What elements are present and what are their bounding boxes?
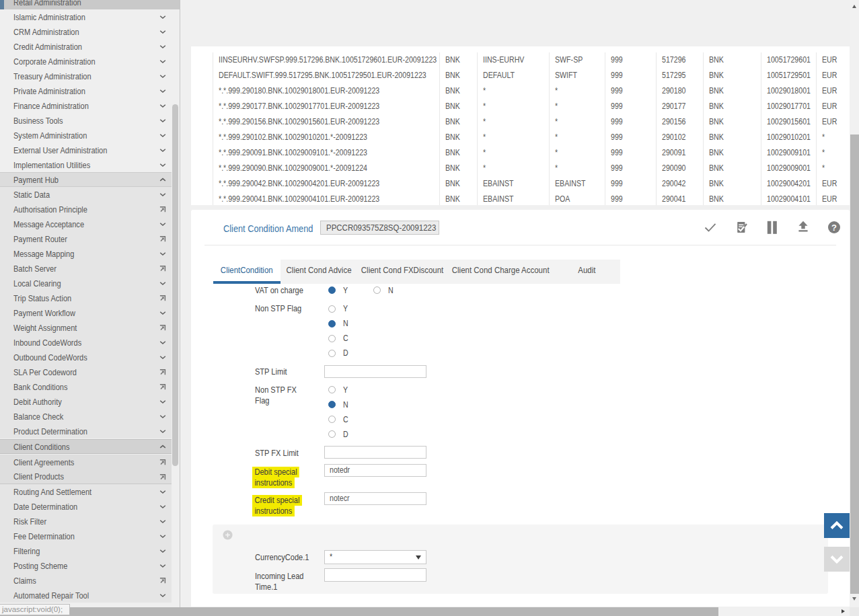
page-vertical-scrollbar[interactable] [850, 0, 859, 616]
sidebar-item[interactable]: Posting Scheme [0, 558, 172, 573]
sidebar-item[interactable]: Private Administration [0, 83, 172, 98]
sidebar-item[interactable]: Debit Authority [0, 394, 172, 409]
tab[interactable]: Client Cond Charge Account [448, 260, 553, 284]
sidebar-item[interactable]: Date Determination [0, 499, 172, 514]
sidebar-item[interactable]: Implementation Utilities [0, 157, 172, 172]
radio-option[interactable]: D [328, 346, 349, 360]
radio-option[interactable]: Y [328, 383, 349, 397]
sidebar-item[interactable]: Inbound CodeWords [0, 335, 172, 350]
radio-option[interactable]: N [328, 316, 349, 331]
radio-option[interactable]: C [328, 331, 349, 346]
sidebar-item[interactable]: Claims [0, 573, 172, 588]
sidebar-item[interactable]: Authorisation Principle [0, 202, 172, 217]
sidebar-item[interactable]: Balance Check [0, 409, 172, 424]
tab[interactable]: Audit [553, 260, 620, 284]
radio-button[interactable] [328, 286, 336, 294]
tab[interactable]: Client Cond FXDiscount [357, 260, 448, 284]
table-row[interactable]: *.*.999.290042.BNK.10029004201.EUR-20091… [191, 176, 850, 192]
vertical-scrollbar-thumb[interactable] [850, 134, 859, 594]
radio-button[interactable] [328, 305, 336, 313]
sidebar-item[interactable]: Islamic Administration [0, 9, 172, 24]
sidebar-item[interactable]: Payment Router [0, 231, 172, 246]
table-row[interactable]: *.*.999.290177.BNK.10029017701.EUR-20091… [191, 99, 850, 114]
sidebar-item[interactable]: Trip Status Action [0, 291, 172, 305]
sidebar-item[interactable]: SLA Per Codeword [0, 364, 172, 379]
scrollbar-up-arrow-icon[interactable] [852, 5, 856, 8]
stp-fx-limit-input[interactable] [324, 446, 426, 459]
stp-limit-input[interactable] [324, 365, 426, 378]
radio-option[interactable]: D [328, 427, 349, 442]
sidebar-item[interactable]: Filtering [0, 543, 172, 558]
page-horizontal-scrollbar[interactable] [0, 607, 850, 616]
table-row[interactable]: *.*.999.290156.BNK.10029015601.EUR-20091… [191, 114, 850, 130]
scrollbar-down-arrow-icon[interactable] [852, 597, 856, 601]
currency-code-select[interactable]: * [324, 550, 426, 564]
table-row[interactable]: *.*.999.290090.BNK.10029009001.*-2009122… [191, 161, 850, 176]
sidebar-item[interactable]: Automated Repair Tool [0, 588, 172, 603]
sidebar-item[interactable]: External User Administration [0, 143, 172, 157]
upload-icon[interactable] [796, 221, 810, 234]
horizontal-scrollbar-thumb[interactable] [0, 607, 718, 616]
table-row[interactable]: *.*.999.290102.BNK.10029010201.*-2009122… [191, 130, 850, 145]
sidebar-item[interactable]: Payment Hub [0, 172, 172, 187]
radio-button[interactable] [328, 416, 336, 423]
approve-check-icon[interactable] [704, 221, 717, 234]
scroll-to-top-button[interactable] [824, 513, 850, 538]
sidebar-item[interactable]: Finance Administration [0, 98, 172, 113]
sidebar-item[interactable]: Corporate Administration [0, 54, 172, 69]
sidebar-item[interactable]: Message Mapping [0, 246, 172, 261]
scrollbar-right-arrow-icon[interactable] [842, 609, 845, 613]
table-row[interactable]: IINSEURHV.SWFSP.999.517296.BNK.100517296… [191, 52, 850, 68]
radio-button[interactable] [328, 430, 336, 438]
sidebar-item[interactable]: Retail Administration [0, 0, 180, 9]
debit-special-instructions-input[interactable]: notedr [324, 464, 426, 477]
radio-option[interactable]: N [373, 283, 418, 298]
sidebar-item[interactable]: System Administration [0, 128, 172, 143]
sidebar-item[interactable]: Treasury Administration [0, 69, 172, 83]
sidebar-item[interactable]: Weight Assignment [0, 320, 172, 335]
sidebar-item[interactable]: Client Products [0, 469, 172, 484]
sidebar-item[interactable]: Bank Conditions [0, 379, 172, 394]
table-row[interactable]: *.*.999.290041.BNK.10029004101.EUR-20091… [191, 192, 850, 206]
radio-option[interactable]: Y [328, 301, 349, 316]
sidebar-item[interactable]: Message Acceptance [0, 217, 172, 231]
radio-option[interactable]: Y [328, 283, 373, 298]
radio-option[interactable]: N [328, 397, 349, 412]
help-icon[interactable] [827, 221, 841, 234]
sidebar-item[interactable]: Business Tools [0, 113, 172, 128]
scroll-to-bottom-button[interactable] [824, 547, 850, 572]
sidebar-scrollbar-thumb[interactable] [172, 104, 178, 466]
sidebar-item[interactable]: Fee Determination [0, 529, 172, 543]
sidebar-item[interactable]: Payment Workflow [0, 305, 172, 320]
sidebar-item[interactable]: CRM Administration [0, 24, 172, 39]
sidebar-item[interactable]: Routing And Settlement [0, 484, 172, 499]
sidebar-item[interactable]: Outbound CodeWords [0, 350, 172, 364]
tab[interactable]: ClientCondition [213, 260, 281, 284]
validate-document-icon[interactable] [735, 221, 748, 234]
sidebar-item[interactable]: Client Conditions [0, 439, 172, 454]
tab[interactable]: Client Cond Advice [281, 260, 357, 284]
table-row[interactable]: *.*.999.290180.BNK.10029018001.EUR-20091… [191, 83, 850, 99]
sidebar-item[interactable]: Product Determination [0, 424, 172, 438]
radio-button[interactable] [328, 401, 336, 408]
sidebar-item-label: Client Products [13, 471, 64, 482]
sidebar-item[interactable]: Static Data [0, 187, 172, 202]
chevron-down-icon [159, 279, 167, 287]
incoming-lead-time-input[interactable] [324, 568, 426, 582]
sidebar-item[interactable]: Client Agreements [0, 455, 172, 469]
table-row[interactable]: *.*.999.290091.BNK.10029009101.*-2009122… [191, 145, 850, 161]
credit-special-instructions-input[interactable]: notecr [324, 492, 426, 505]
sidebar-item[interactable]: Batch Server [0, 261, 172, 276]
table-row[interactable]: DEFAULT.SWIFT.999.517295.BNK.10051729501… [191, 68, 850, 83]
radio-button[interactable] [328, 350, 336, 357]
sidebar-item[interactable]: Credit Administration [0, 39, 172, 54]
sidebar-item[interactable]: Local Clearing [0, 276, 172, 291]
add-row-icon[interactable] [223, 530, 233, 540]
radio-button[interactable] [373, 286, 381, 294]
radio-button[interactable] [328, 335, 336, 342]
sidebar-item[interactable]: Risk Filter [0, 514, 172, 529]
radio-option[interactable]: C [328, 412, 349, 427]
radio-button[interactable] [328, 386, 336, 393]
radio-button[interactable] [328, 320, 336, 328]
hold-pause-icon[interactable] [765, 221, 779, 234]
